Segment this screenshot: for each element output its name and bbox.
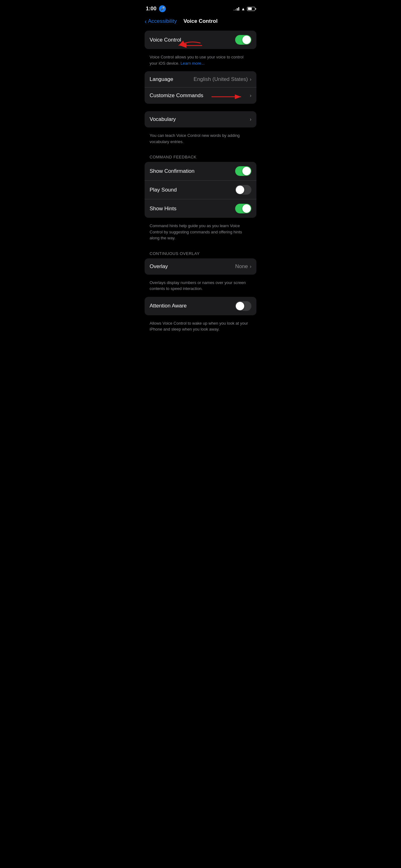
settings-content: Voice Control Voice Control allows you t… — [140, 31, 261, 337]
play-sound-toggle[interactable] — [235, 185, 252, 195]
back-label: Accessibility — [148, 18, 177, 24]
back-chevron-icon: ‹ — [144, 18, 147, 24]
signal-bar-1 — [234, 10, 235, 11]
status-bar: 1:00 🎤 ▲ — [140, 0, 261, 16]
page-title: Voice Control — [183, 18, 218, 24]
language-right: English (United States) › — [194, 76, 252, 83]
show-hints-knob — [242, 204, 251, 213]
command-feedback-group: Show Confirmation Play Sound Show Hints — [144, 162, 257, 218]
language-group: Language English (United States) › Custo… — [144, 71, 257, 104]
customize-commands-row[interactable]: Customize Commands › — [144, 88, 257, 104]
voice-control-label: Voice Control — [149, 37, 181, 43]
wifi-icon: ▲ — [241, 6, 245, 11]
play-sound-knob — [236, 186, 244, 194]
mic-status-icon: 🎤 — [159, 5, 166, 12]
vocabulary-description: You can teach Voice Control new words by… — [144, 130, 257, 150]
vocabulary-row[interactable]: Vocabulary › — [144, 111, 257, 127]
nav-header: ‹ Accessibility Voice Control — [140, 16, 261, 31]
attention-aware-toggle[interactable] — [235, 301, 252, 311]
toggle-knob — [242, 36, 251, 44]
overlay-description: Overlays display numbers or names over y… — [144, 277, 257, 297]
language-label: Language — [149, 76, 173, 83]
attention-aware-label: Attention Aware — [149, 303, 187, 309]
vocabulary-chevron-icon: › — [250, 117, 252, 122]
show-hints-label: Show Hints — [149, 206, 176, 212]
status-right: ▲ — [234, 6, 255, 11]
customize-commands-label: Customize Commands — [149, 92, 203, 99]
command-feedback-header: COMMAND FEEDBACK — [144, 150, 257, 162]
signal-bar-3 — [237, 8, 238, 11]
show-confirmation-knob — [242, 167, 251, 175]
status-left: 1:00 🎤 — [146, 5, 166, 12]
back-button[interactable]: ‹ Accessibility — [144, 18, 177, 24]
show-confirmation-toggle[interactable] — [235, 166, 252, 176]
show-hints-toggle[interactable] — [235, 204, 252, 213]
overlay-label: Overlay — [149, 264, 168, 270]
show-confirmation-label: Show Confirmation — [149, 168, 195, 174]
voice-control-group: Voice Control — [144, 31, 257, 49]
vocabulary-group: Vocabulary › — [144, 111, 257, 127]
status-time: 1:00 — [146, 6, 157, 12]
learn-more-link[interactable]: Learn more... — [180, 61, 205, 66]
overlay-row[interactable]: Overlay None › — [144, 258, 257, 275]
signal-bar-4 — [238, 7, 239, 11]
voice-control-toggle[interactable] — [235, 35, 252, 45]
play-sound-row[interactable]: Play Sound — [144, 181, 257, 199]
language-row[interactable]: Language English (United States) › — [144, 71, 257, 88]
voice-control-description: Voice Control allows you to use your voi… — [144, 52, 257, 71]
signal-bars — [234, 7, 239, 11]
attention-aware-group: Attention Aware — [144, 297, 257, 315]
overlay-group: Overlay None › — [144, 258, 257, 275]
attention-aware-description: Allows Voice Control to wake up when you… — [144, 318, 257, 337]
overlay-right: None › — [235, 264, 252, 270]
overlay-value: None — [235, 264, 248, 270]
command-feedback-description: Command hints help guide you as you lear… — [144, 220, 257, 246]
overlay-chevron-icon: › — [250, 264, 252, 269]
play-sound-label: Play Sound — [149, 187, 177, 193]
battery-icon — [247, 7, 255, 11]
show-confirmation-row[interactable]: Show Confirmation — [144, 162, 257, 181]
continuous-overlay-header: CONTINUOUS OVERLAY — [144, 246, 257, 258]
battery-level — [248, 7, 252, 10]
language-value: English (United States) — [194, 76, 248, 83]
signal-bar-2 — [235, 9, 236, 11]
vocabulary-label: Vocabulary — [149, 116, 176, 122]
attention-aware-row[interactable]: Attention Aware — [144, 297, 257, 315]
attention-aware-knob — [236, 302, 244, 310]
language-chevron-icon: › — [250, 76, 252, 82]
show-hints-row[interactable]: Show Hints — [144, 199, 257, 218]
voice-control-row[interactable]: Voice Control — [144, 31, 257, 49]
customize-commands-chevron-icon: › — [250, 93, 252, 98]
